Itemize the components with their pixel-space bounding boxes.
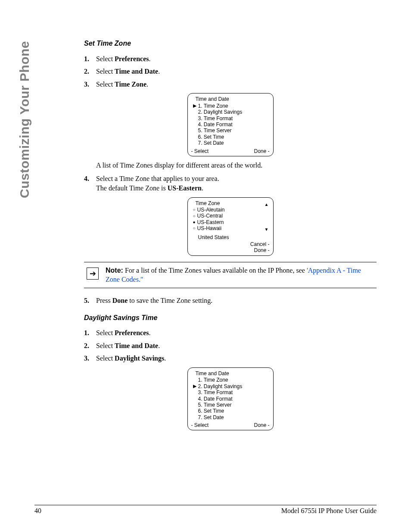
step-num: 1. bbox=[84, 328, 96, 338]
menu-item: 1. Time Zone bbox=[198, 377, 228, 383]
heading-set-time-zone: Set Time Zone bbox=[84, 39, 377, 48]
screen-title: Time Zone bbox=[196, 200, 270, 206]
menu-item: 2. Daylight Savings bbox=[198, 383, 243, 389]
menu-item: 1. Time Zone bbox=[198, 103, 228, 109]
group-label: United States bbox=[198, 234, 229, 240]
menu-item: 2. Daylight Savings bbox=[198, 109, 243, 115]
heading-daylight-savings: Daylight Savings Time bbox=[84, 313, 377, 323]
screen-title: Time and Date bbox=[196, 370, 270, 376]
text-bold: Daylight Savings bbox=[115, 355, 164, 362]
text: . bbox=[164, 355, 166, 362]
radio-icon: ○ bbox=[191, 226, 197, 231]
step-text: Select Preferences. bbox=[96, 328, 377, 338]
phone-screen-time-zone-select: ▲ ▼ Time Zone ○US-Aleutain ○US-Central ●… bbox=[187, 197, 274, 256]
menu-item: 7. Set Date bbox=[198, 414, 224, 420]
step-text: Select Daylight Savings. bbox=[96, 354, 377, 363]
step-text: Select Time Zone. bbox=[96, 80, 377, 89]
text: to save the Time Zone setting. bbox=[128, 297, 212, 304]
text-bold: Preferences bbox=[115, 329, 149, 336]
note-text: For a list of the Time Zones values avai… bbox=[123, 267, 307, 274]
footer-title: Model 6755i IP Phone User Guide bbox=[281, 507, 377, 515]
text: . bbox=[149, 55, 150, 62]
text: Select bbox=[96, 55, 115, 62]
radio-icon: ○ bbox=[191, 214, 197, 219]
softkey-done[interactable]: Done - bbox=[254, 148, 269, 154]
text-bold: Time and Date bbox=[115, 342, 158, 349]
text: Select bbox=[96, 329, 115, 336]
step-num: 3. bbox=[84, 80, 96, 89]
text-bold: US-Eastern bbox=[168, 184, 202, 192]
menu-item: 4. Date Format bbox=[198, 121, 233, 128]
option: US-Hawaii bbox=[197, 225, 222, 231]
text: Select bbox=[96, 355, 115, 362]
menu-item: 5. Time Server bbox=[198, 128, 232, 134]
softkey-cancel[interactable]: Cancel - bbox=[250, 241, 270, 247]
text: Select a Time Zone that applies to your … bbox=[96, 175, 219, 182]
note-block: ➔ Note: For a list of the Time Zones val… bbox=[84, 262, 377, 288]
menu-item: 6. Set Time bbox=[198, 134, 224, 140]
option: US-Central bbox=[197, 213, 223, 219]
radio-selected-icon: ● bbox=[191, 220, 197, 225]
text-bold: Preferences bbox=[115, 55, 149, 62]
step-num: 2. bbox=[84, 341, 96, 351]
pointer-icon: ▶ bbox=[191, 103, 198, 109]
text: Select bbox=[96, 342, 115, 349]
text: Select bbox=[96, 81, 115, 88]
step-text: Select a Time Zone that applies to your … bbox=[96, 174, 377, 193]
note-label: Note: bbox=[106, 267, 123, 274]
softkey-done[interactable]: Done - bbox=[254, 247, 269, 253]
text-bold: Time Zone bbox=[115, 81, 146, 88]
note-arrow-icon: ➔ bbox=[87, 268, 99, 280]
pointer-icon: ▶ bbox=[191, 383, 198, 389]
text: Select bbox=[96, 68, 115, 75]
scroll-up-icon[interactable]: ▲ bbox=[265, 202, 269, 207]
text-bold: Time and Date bbox=[115, 68, 158, 75]
text: Press bbox=[96, 297, 112, 304]
menu-item: 5. Time Server bbox=[198, 402, 232, 408]
step-text: Select Time and Date. bbox=[96, 341, 377, 351]
side-tab-label: Customizing Your Phone bbox=[17, 41, 32, 198]
step-num: 1. bbox=[84, 54, 96, 64]
menu-item: 3. Time Format bbox=[198, 115, 233, 121]
paragraph: A list of Time Zones display for differe… bbox=[96, 161, 377, 170]
softkey-done[interactable]: Done - bbox=[254, 422, 269, 428]
menu-item: 6. Set Time bbox=[198, 408, 224, 414]
text: . bbox=[158, 342, 160, 349]
step-num: 3. bbox=[84, 354, 96, 363]
step-num: 2. bbox=[84, 67, 96, 76]
softkey-select[interactable]: - Select bbox=[191, 148, 209, 154]
phone-screen-time-and-date-2: Time and Date 1. Time Zone ▶2. Daylight … bbox=[187, 367, 274, 431]
text-bold: Done bbox=[112, 297, 128, 304]
step-text: Press Done to save the Time Zone setting… bbox=[96, 296, 377, 305]
radio-icon: ○ bbox=[191, 207, 197, 212]
option: US-Eastern bbox=[197, 219, 224, 225]
text: . bbox=[149, 329, 150, 336]
text: The default Time Zone is bbox=[96, 184, 168, 192]
step-num: 4. bbox=[84, 174, 96, 193]
text: . bbox=[158, 68, 160, 75]
page-number: 40 bbox=[34, 507, 41, 515]
step-text: Select Time and Date. bbox=[96, 67, 377, 76]
menu-item: 4. Date Format bbox=[198, 396, 233, 402]
menu-item: 3. Time Format bbox=[198, 389, 233, 395]
scroll-down-icon[interactable]: ▼ bbox=[265, 227, 269, 232]
softkey-select[interactable]: - Select bbox=[191, 422, 209, 428]
screen-title: Time and Date bbox=[196, 96, 270, 102]
step-num: 5. bbox=[84, 296, 96, 305]
text: . bbox=[202, 184, 203, 192]
menu-item: 7. Set Date bbox=[198, 140, 224, 146]
step-text: Select Preferences. bbox=[96, 54, 377, 64]
option: US-Aleutain bbox=[197, 207, 225, 213]
phone-screen-time-and-date-1: Time and Date ▶1. Time Zone 2. Daylight … bbox=[187, 93, 274, 156]
text: . bbox=[146, 81, 148, 88]
